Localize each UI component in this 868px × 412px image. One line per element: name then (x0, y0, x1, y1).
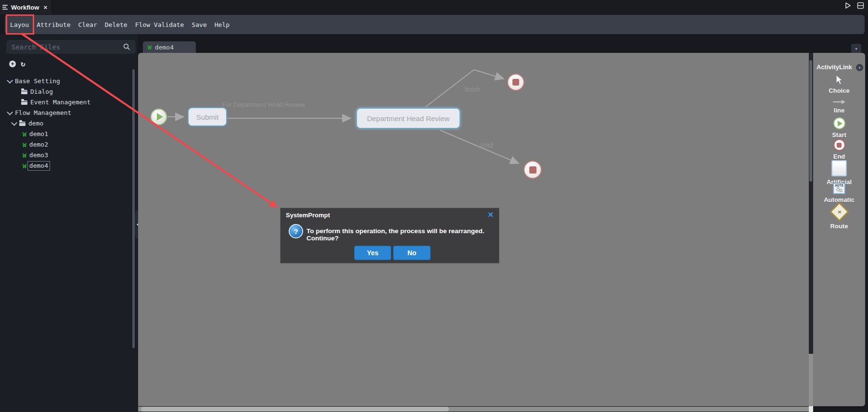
yes-button[interactable]: Yes (354, 246, 391, 260)
palette-title: ActivityLink (817, 63, 852, 71)
tab-demo4[interactable]: W demo4 (143, 41, 196, 53)
chevron-down-icon (7, 77, 13, 84)
title-bar: Workflow × (0, 0, 868, 14)
x-icon: × (837, 209, 841, 215)
dialog-close-icon[interactable]: ✕ (487, 211, 494, 219)
tree-item[interactable]: W demo4 (0, 161, 130, 171)
auto-icon-text: AUTO (835, 184, 843, 187)
tree-item-label: Base Setting (15, 76, 60, 87)
review-node[interactable]: Department Head Review (356, 108, 460, 129)
annotation-highlight-box (6, 14, 34, 35)
tree-toolbar: + ↻ (9, 61, 26, 67)
palette-item-choice[interactable]: Choice (813, 75, 865, 94)
menu-item[interactable]: Clear (78, 21, 97, 28)
titlebar-actions (845, 2, 864, 9)
tree-item[interactable]: W Flow Management (0, 108, 130, 118)
workflow-file-icon: W (23, 131, 26, 137)
file-explorer-sidebar: + ↻ W Base Setting W Dialog (0, 34, 138, 412)
dialog-message: To perform this operation, the process w… (306, 227, 497, 242)
workflow-app-window: Workflow × Layou Attribute Clear Delete … (0, 0, 868, 412)
palette-item-artificial[interactable]: Artificial (813, 160, 865, 186)
edge-label-void: Void (480, 141, 493, 149)
folder-icon (19, 122, 26, 126)
refresh-icon[interactable]: ↻ (21, 61, 26, 67)
end-node-void[interactable] (523, 161, 542, 179)
edge-label-finish: finish (465, 86, 481, 93)
submit-node-label: Submit (196, 113, 219, 121)
tree-item-label: Event Management (30, 97, 90, 108)
workflow-file-icon: W (23, 163, 26, 169)
menu-bar: Layou Attribute Clear Delete Flow Valida… (5, 15, 865, 34)
run-icon[interactable] (845, 2, 851, 9)
tree-item-label: demo (28, 118, 43, 129)
scrollbar-corner (809, 406, 813, 412)
automatic-activity-icon: AUTO (833, 183, 845, 194)
tab-list-dropdown-button[interactable]: ▾ (851, 44, 861, 54)
route-diamond-icon: × (829, 202, 849, 222)
window-tab-workflow[interactable]: Workflow × (0, 0, 51, 14)
system-prompt-dialog: SystemPrompt ✕ ? To perform this operati… (280, 208, 499, 263)
sidebar-scrollbar[interactable] (132, 69, 135, 348)
end-node-finish[interactable] (507, 74, 524, 91)
tree-item-label: demo3 (29, 150, 48, 161)
canvas-horizontal-scrollbar-thumb[interactable] (141, 407, 449, 412)
end-icon (833, 139, 845, 151)
menu-item[interactable]: Help (215, 21, 230, 28)
canvas-vertical-scrollbar-thumb[interactable] (809, 60, 812, 182)
menu-item[interactable]: Save (191, 21, 206, 28)
menu-item[interactable]: Delete (105, 21, 128, 28)
workflow-file-icon: W (23, 142, 26, 148)
search-input[interactable] (6, 40, 136, 54)
artificial-activity-icon (831, 160, 847, 176)
search-icon (123, 43, 130, 50)
stop-icon (529, 166, 536, 174)
split-layout-icon[interactable] (857, 2, 864, 9)
palette-item-label: Choice (829, 87, 849, 94)
tree-item[interactable]: W demo3 (0, 150, 130, 161)
menu-item[interactable]: Attribute (37, 21, 70, 28)
hamburger-icon (2, 4, 8, 11)
chevron-right-icon: › (858, 65, 861, 70)
tree-item[interactable]: W demo (0, 118, 130, 129)
start-icon (833, 117, 845, 129)
chevron-down-icon (11, 120, 17, 126)
tree-item[interactable]: W Base Setting (0, 76, 130, 87)
close-tab-icon[interactable]: × (43, 3, 47, 11)
window-tab-title: Workflow (11, 4, 39, 11)
vertical-scrollbar-lower-segment (809, 354, 813, 406)
submit-node[interactable]: Submit (188, 107, 227, 126)
workflow-file-icon: W (23, 152, 26, 159)
palette-item-line[interactable]: line (813, 99, 865, 114)
palette-item-end[interactable]: End (813, 139, 865, 160)
chevron-down-icon: ▾ (855, 46, 858, 52)
add-icon[interactable]: + (9, 61, 16, 67)
file-tree: W Base Setting W Dialog W Event Manageme… (0, 76, 130, 171)
start-node[interactable] (151, 109, 167, 125)
palette-item-label: line (834, 107, 844, 114)
tree-item-label: demo4 (27, 161, 50, 171)
folder-icon (21, 100, 27, 105)
tree-item[interactable]: W demo1 (0, 129, 130, 139)
palette-item-automatic[interactable]: AUTO Automatic (813, 183, 865, 203)
dialog-title: SystemPrompt (286, 212, 330, 219)
tree-item-label: demo2 (29, 139, 48, 150)
palette-item-label: Start (832, 131, 846, 138)
palette-item-label: Route (830, 223, 848, 230)
stop-icon (512, 79, 519, 86)
tree-item-label: Flow Management (15, 108, 71, 118)
palette-item-start[interactable]: Start (813, 117, 865, 138)
edge-label-submit-review: For Department Head Review (222, 101, 305, 108)
folder-icon (21, 90, 27, 94)
gears-icon (836, 187, 842, 192)
palette-collapse-button[interactable]: › (856, 64, 863, 71)
tree-item-label: demo1 (29, 129, 48, 139)
play-icon (157, 113, 163, 121)
tree-item-label: Dialog (30, 87, 53, 97)
menu-item[interactable]: Flow Validate (135, 21, 184, 28)
tree-item[interactable]: W demo2 (0, 139, 130, 150)
palette-item-route[interactable]: × Route (813, 205, 865, 230)
no-button[interactable]: No (393, 246, 431, 260)
tab-label: demo4 (155, 44, 174, 51)
tree-item[interactable]: W Event Management (0, 97, 130, 108)
tree-item[interactable]: W Dialog (0, 87, 130, 97)
